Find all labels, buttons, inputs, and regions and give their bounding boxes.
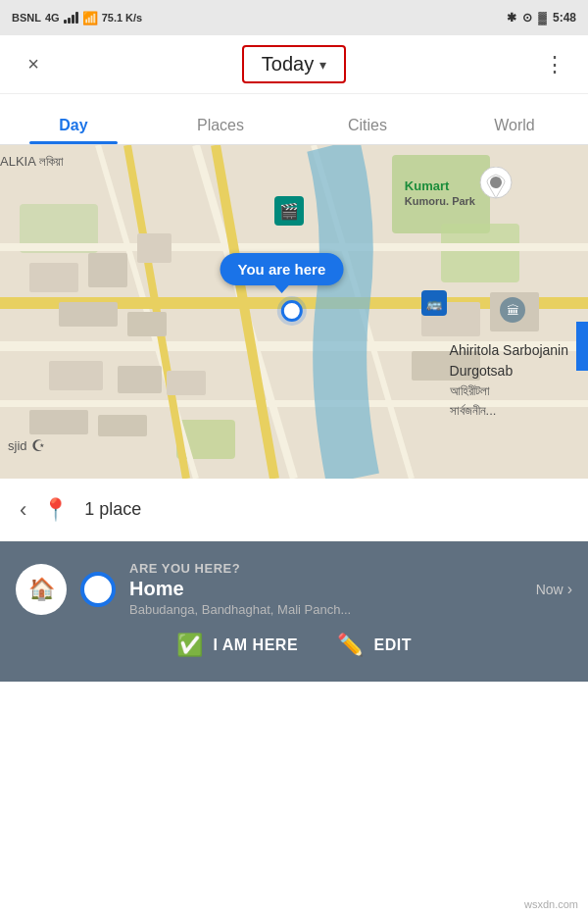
svg-rect-3 [441,224,519,282]
bar2 [68,18,71,24]
action-buttons-row: ✅ I AM HERE ✏️ EDIT [16,633,572,658]
edit-icon: ✏️ [337,633,365,658]
location-pin-icon [478,167,514,212]
close-button[interactable]: × [16,47,51,82]
location-icon: ⊙ [522,11,532,25]
bar3 [72,15,74,24]
tab-cities[interactable]: Cities [294,117,441,144]
today-dropdown[interactable]: Today ▾ [242,45,346,83]
alkia-map-label: ALKIA লকিয়া [0,153,64,171]
signal-bars [64,12,78,24]
check-circle-icon: ✅ [176,633,204,658]
location-name-row: Home Now › [129,578,572,600]
network-label: 4G [45,12,60,24]
svg-rect-18 [127,312,167,336]
svg-rect-15 [88,253,127,287]
today-label: Today [262,53,314,76]
status-left: BSNL 4G 📶 75.1 K/s [12,11,142,25]
bar4 [75,12,78,24]
i-am-here-label: I AM HERE [213,636,298,654]
svg-rect-25 [29,410,88,434]
home-icon: 🏠 [28,577,55,602]
tab-day[interactable]: Day [0,117,147,144]
masjid-map-label: sjid ☪ [8,436,45,455]
svg-rect-33 [576,322,588,371]
speed-label: 75.1 K/s [102,12,143,24]
current-location-icon [80,572,116,607]
svg-rect-16 [137,233,172,263]
location-row: 🏠 ARE YOU HERE? Home Now › Babudanga, Ba… [16,561,572,617]
home-icon-circle: 🏠 [16,564,67,615]
bottom-card: 🏠 ARE YOU HERE? Home Now › Babudanga, Ba… [0,541,588,682]
tab-world[interactable]: World [441,117,588,144]
svg-rect-17 [59,302,118,327]
map-area[interactable]: 🎬 🚌 🏛 ALKIA লকিয়া Kumart Kumoru. Park Y… [0,145,588,479]
svg-text:🎬: 🎬 [279,202,299,221]
svg-rect-14 [29,263,78,292]
tab-places[interactable]: Places [147,117,294,144]
you-are-here-bubble: You are here [220,253,344,285]
more-options-button[interactable]: ⋮ [537,47,572,82]
chevron-right-icon: › [567,581,572,598]
status-right: ✱ ⊙ ▓ 5:48 [507,11,576,25]
edit-label: EDIT [374,636,412,654]
location-name: Home [129,578,184,600]
carrier-label: BSNL [12,12,41,24]
svg-rect-26 [98,415,147,436]
svg-text:🚌: 🚌 [426,295,443,312]
bluetooth-icon: ✱ [507,11,516,25]
wifi-icon: 📶 [82,11,98,25]
svg-rect-24 [167,371,206,395]
kumart-park-label: Kumoru. Park [405,195,475,207]
now-label: Now › [536,581,572,598]
bar1 [64,20,67,24]
user-location-dot [281,300,303,322]
header: × Today ▾ ⋮ [0,35,588,94]
tabs-bar: Day Places Cities World [0,94,588,145]
pin-icon: 📍 [42,497,69,523]
back-button[interactable]: ‹ [20,497,26,523]
time-label: 5:48 [553,11,576,25]
ahiritola-map-label: Ahiritola Sarbojanin Durgotsab আহিরীটলা … [450,340,568,420]
location-address: Babudanga, Bandhaghat, Mali Panch... [129,602,572,617]
status-bar: BSNL 4G 📶 75.1 K/s ✱ ⊙ ▓ 5:48 [0,0,588,35]
edit-button[interactable]: ✏️ EDIT [337,633,412,658]
watermark: wsxdn.com [524,898,578,910]
battery-icon: ▓ [538,11,547,25]
place-count-label: 1 place [84,499,141,520]
location-info: ARE YOU HERE? Home Now › Babudanga, Band… [129,561,572,617]
svg-rect-23 [118,366,162,393]
svg-rect-6 [0,243,588,251]
svg-text:🏛: 🏛 [507,303,519,318]
svg-rect-22 [49,361,103,390]
are-you-here-label: ARE YOU HERE? [129,561,572,576]
i-am-here-button[interactable]: ✅ I AM HERE [176,633,298,658]
dropdown-arrow: ▾ [319,57,326,73]
svg-point-35 [490,177,502,188]
kumart-map-label: Kumart Kumoru. Park [405,178,475,208]
place-bar: ‹ 📍 1 place [0,479,588,541]
